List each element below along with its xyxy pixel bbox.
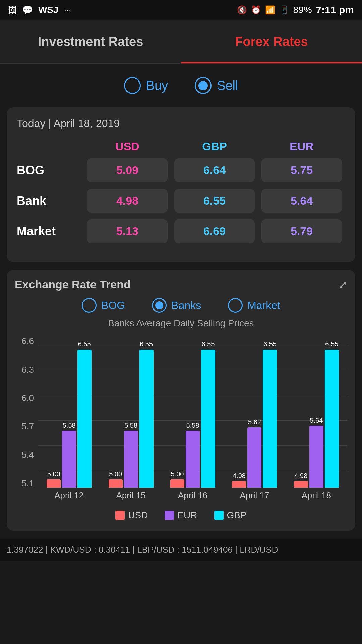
gbp-bar-wrapper: 6.55 [77,337,92,488]
legend-eur: EUR [165,510,197,521]
usd-bar [47,479,61,488]
chart-title: Exchange Rate Trend [15,278,131,291]
eur-bar [124,431,138,488]
eur-bar-label: 5.64 [310,417,323,424]
eur-bar [62,431,76,488]
legend-eur-color [165,511,174,520]
header-tabs: Investment Rates Forex Rates [0,20,362,64]
status-bar: 🖼 💬 WSJ ··· 🔇 ⏰ 📶 📱 89% 7:11 pm [0,0,362,20]
legend-usd-label: USD [128,510,148,521]
usd-bar-wrapper: 5.00 [109,337,123,488]
status-left-icons: 🖼 💬 WSJ ··· [8,5,71,15]
legend-gbp: GBP [214,510,247,521]
x-axis-label: April 12 [38,488,100,504]
x-axis-label: April 16 [162,488,224,504]
legend-usd: USD [115,510,148,521]
buy-radio-button[interactable] [124,77,141,94]
usd-bar-wrapper: 5.00 [47,337,61,488]
chart-radio-banks[interactable]: Banks [152,298,201,313]
rates-col-usd: USD [84,140,171,153]
wifi-icon: 📶 [265,5,275,15]
gbp-bar-wrapper: 6.55 [325,337,339,488]
rates-row-bog: BOG 5.09 6.64 5.75 [17,158,345,182]
rates-header-row: USD GBP EUR [17,140,345,153]
sell-radio-button[interactable] [195,77,212,94]
chart-radio-market[interactable]: Market [228,298,280,313]
bar-group: 5.005.586.55 [162,337,224,488]
market-usd: 5.13 [87,219,168,243]
time-label: 7:11 pm [316,4,354,16]
y-axis-label: 5.1 [15,479,37,488]
photo-icon: 🖼 [8,5,17,15]
usd-bar-label: 4.98 [294,472,307,480]
battery-label: 89% [293,5,312,15]
y-axis-label: 5.7 [15,422,37,431]
eur-bar [186,431,200,488]
gbp-bar-label: 6.55 [78,340,91,348]
chart-subtitle: Banks Average Daily Selling Prices [15,318,347,329]
rates-col-gbp: GBP [171,140,258,153]
bar-group: 4.985.626.55 [224,337,285,488]
rates-row-bank: Bank 4.98 6.55 5.64 [17,189,345,213]
y-axis-label: 5.4 [15,450,37,459]
chart-radio-bog[interactable]: BOG [82,298,125,313]
y-axis-label: 6.6 [15,337,37,345]
gbp-bar-label: 6.55 [140,340,153,348]
usd-bar-label: 4.98 [233,472,246,480]
usd-bar-label: 5.00 [171,470,184,478]
eur-bar-wrapper: 5.62 [247,337,261,488]
rates-row-market: Market 5.13 6.69 5.79 [17,219,345,243]
eur-bar-wrapper: 5.58 [62,337,76,488]
expand-icon[interactable]: ⤢ [338,278,347,291]
bank-gbp: 6.55 [174,189,255,213]
usd-bar [109,479,123,488]
legend-gbp-label: GBP [227,510,247,521]
gbp-bar-wrapper: 6.55 [263,337,277,488]
gbp-bar-label: 6.55 [325,340,338,348]
tab-forex[interactable]: Forex Rates [181,20,362,63]
rates-card: Today | April 18, 2019 USD GBP EUR BOG 5… [7,107,355,262]
sell-radio[interactable]: Sell [195,77,238,94]
ticker-text: 1.397022 | KWD/USD : 0.30411 | LBP/USD :… [7,545,278,555]
y-axis-label: 6.3 [15,365,37,374]
gbp-bar-wrapper: 6.55 [139,337,154,488]
usd-bar-wrapper: 5.00 [170,337,184,488]
eur-bar-wrapper: 5.58 [186,337,200,488]
eur-bar-wrapper: 5.58 [124,337,138,488]
status-right-info: 🔇 ⏰ 📶 📱 89% 7:11 pm [237,4,354,16]
chart-banks-button[interactable] [152,298,167,313]
more-icon: ··· [64,5,71,15]
usd-bar-wrapper: 4.98 [232,337,246,488]
bar-group: 5.005.586.55 [38,337,100,488]
market-gbp: 6.69 [174,219,255,243]
alarm-icon: ⏰ [251,5,261,15]
gbp-bar [139,350,154,488]
usd-bar [170,479,184,488]
eur-bar-wrapper: 5.64 [309,337,323,488]
gbp-bar [325,350,339,488]
market-eur: 5.79 [261,219,342,243]
usd-bar-wrapper: 4.98 [294,337,308,488]
sim-icon: 📱 [279,5,289,15]
chart-radio-row: BOG Banks Market [15,298,347,313]
rates-col-empty [17,140,84,153]
usd-bar [232,481,246,488]
bar-group: 4.985.646.55 [286,337,347,488]
chart-header: Exchange Rate Trend ⤢ [15,278,347,291]
mute-icon: 🔇 [237,5,247,15]
x-axis-label: April 18 [286,488,347,504]
chart-bog-button[interactable] [82,298,97,313]
gbp-bar [201,350,215,488]
eur-bar-label: 5.62 [248,418,261,426]
eur-bar [309,426,323,488]
tab-investment[interactable]: Investment Rates [0,20,181,63]
buy-sell-row: Buy Sell [0,64,362,104]
buy-radio[interactable]: Buy [124,77,168,94]
bog-label: BOG [17,163,84,177]
bank-eur: 5.64 [261,189,342,213]
chart-market-button[interactable] [228,298,243,313]
gbp-bar [77,350,92,488]
gbp-bar-label: 6.55 [263,340,277,348]
bog-gbp: 6.64 [174,158,255,182]
chart-legend: USD EUR GBP [15,510,347,521]
